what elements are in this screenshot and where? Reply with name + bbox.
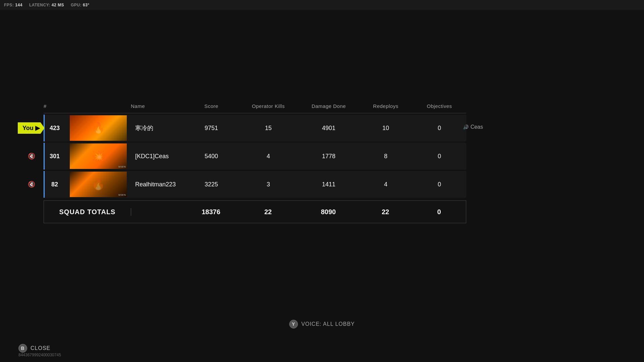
player-row-2: 🔇 82 🔥 MWN Realhitman223 3225 3 1411 4 0	[44, 171, 466, 198]
player-1-name: [KDC1]Ceas	[132, 153, 184, 160]
player-2-name: Realhitman223	[132, 181, 184, 188]
b-button-icon: B	[18, 344, 27, 353]
voice-label: VOICE: ALL LOBBY	[301, 321, 355, 327]
player-1-kills: 4	[238, 153, 299, 160]
totals-score: 18376	[184, 208, 238, 216]
latency-display: LATENCY: 42 MS	[29, 3, 64, 7]
totals-damage: 8090	[298, 208, 359, 216]
table-header: # Name Score Operator Kills Damage Done …	[44, 101, 466, 113]
player-1-redeploys: 8	[359, 153, 413, 160]
totals-redeploys: 22	[359, 208, 412, 216]
gpu-display: GPU: 63°	[71, 3, 90, 7]
player-0-name: 寒冷的	[132, 124, 184, 132]
voice-indicator: Y VOICE: ALL LOBBY	[289, 320, 355, 328]
mute-icon-1: 🔇	[28, 153, 35, 160]
totals-kills: 22	[238, 208, 298, 216]
player-2-score: 3225	[184, 181, 238, 188]
header-score: Score	[184, 103, 238, 109]
header-damage-done: Damage Done	[299, 103, 359, 109]
player-row-0: You ▶ 423 🔥 寒冷的 9751 15 4901 10 0	[44, 115, 466, 141]
player-2-redeploys: 4	[359, 181, 413, 188]
mute-icon-2: 🔇	[28, 181, 35, 188]
session-id: 8443679992400030745	[18, 353, 61, 357]
header-objectives: Objectives	[413, 103, 466, 109]
player-1-score: 5400	[184, 153, 238, 160]
player-0-redeploys: 10	[359, 125, 413, 132]
player-1-rank: 301	[45, 153, 65, 160]
player-1-avatar: 💥 MWN	[65, 143, 132, 169]
player-2-kills: 3	[238, 181, 299, 188]
gpu-label: GPU:	[71, 3, 82, 7]
y-button[interactable]: Y	[289, 320, 298, 328]
close-label: CLOSE	[31, 345, 50, 351]
latency-value: 42 MS	[52, 3, 64, 7]
player-0-kills: 15	[238, 125, 299, 132]
scoreboard-container: # Name Score Operator Kills Damage Done …	[44, 101, 466, 223]
header-operator-kills: Operator Kills	[238, 103, 299, 109]
player-1-damage: 1778	[299, 153, 359, 160]
player-0-score: 9751	[184, 125, 238, 132]
header-redeploys: Redeploys	[359, 103, 413, 109]
player-0-rank: 423	[45, 125, 65, 132]
close-button[interactable]: B CLOSE	[18, 344, 50, 353]
header-rank: #	[44, 103, 64, 109]
player-row-1: 🔇 301 💥 MWN [KDC1]Ceas 5400 4 1778 8 0	[44, 143, 466, 170]
player-1-objectives: 0	[413, 153, 466, 160]
player-0-objectives: 0	[413, 125, 466, 132]
right-voice-name: Ceas	[471, 124, 483, 130]
fps-value: 144	[15, 3, 22, 7]
squad-totals-label: SQUAD TOTALS	[44, 208, 131, 216]
player-2-damage: 1411	[299, 181, 359, 188]
fps-display: FPS: 144	[4, 3, 22, 7]
player-0-damage: 4901	[299, 125, 359, 132]
latency-label: LATENCY:	[29, 3, 50, 7]
fps-label: FPS:	[4, 3, 14, 7]
header-name: Name	[131, 103, 184, 109]
hud-bar: FPS: 144 LATENCY: 42 MS GPU: 63°	[0, 0, 644, 10]
player-2-avatar: 🔥 MWN	[65, 172, 132, 197]
you-badge: You ▶	[18, 122, 45, 134]
player-2-objectives: 0	[413, 181, 466, 188]
squad-totals-row: SQUAD TOTALS 18376 22 8090 22 0	[44, 200, 466, 223]
gpu-value: 63°	[83, 3, 90, 7]
player-0-avatar: 🔥	[65, 115, 132, 141]
player-2-rank: 82	[45, 181, 65, 188]
header-avatar-spacer	[64, 103, 131, 109]
totals-objectives: 0	[412, 208, 466, 216]
